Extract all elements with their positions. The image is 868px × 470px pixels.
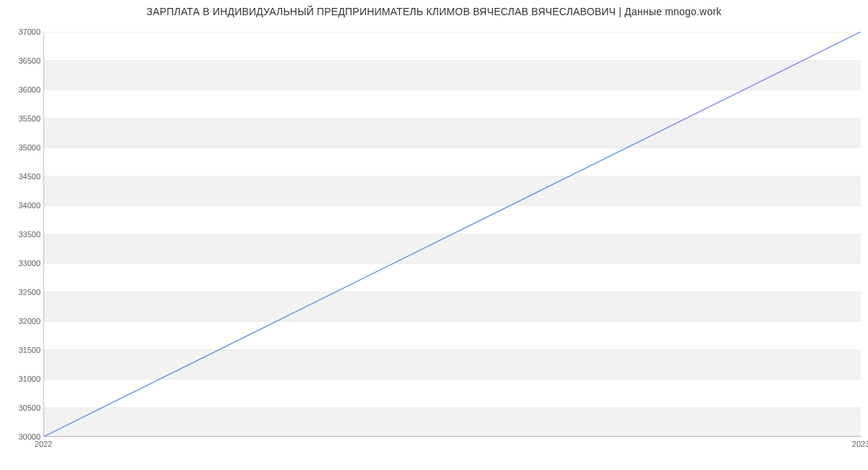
- svg-rect-9: [43, 148, 861, 176]
- svg-rect-8: [43, 176, 861, 205]
- svg-rect-0: [43, 408, 861, 437]
- plot-area: [43, 32, 861, 437]
- y-tick-label: 35000: [0, 143, 41, 152]
- x-tick-label: 2023: [852, 440, 868, 448]
- y-tick-label: 32000: [0, 317, 41, 325]
- svg-rect-12: [43, 61, 861, 90]
- x-tick-label: 2022: [35, 440, 52, 448]
- y-tick-label: 33000: [0, 259, 41, 268]
- svg-rect-7: [43, 205, 861, 234]
- svg-rect-6: [43, 234, 861, 263]
- y-tick-label: 30500: [0, 403, 41, 412]
- y-tick-label: 31000: [0, 375, 41, 383]
- svg-rect-1: [43, 379, 861, 408]
- y-tick-label: 33500: [0, 230, 41, 239]
- y-tick-label: 36500: [0, 56, 41, 65]
- svg-rect-2: [43, 350, 861, 379]
- y-tick-label: 35500: [0, 114, 41, 123]
- svg-rect-3: [43, 321, 861, 350]
- y-tick-label: 36000: [0, 85, 41, 94]
- y-tick-label: 34000: [0, 201, 41, 210]
- salary-line-chart: ЗАРПЛАТА В ИНДИВИДУАЛЬНЫЙ ПРЕДПРИНИМАТЕЛ…: [0, 0, 868, 470]
- svg-rect-5: [43, 263, 861, 292]
- svg-rect-13: [43, 32, 861, 61]
- y-axis-tick-labels: 3000030500310003150032000325003300033500…: [0, 32, 41, 437]
- svg-rect-4: [43, 292, 861, 321]
- y-tick-label: 37000: [0, 27, 41, 36]
- chart-title: ЗАРПЛАТА В ИНДИВИДУАЛЬНЫЙ ПРЕДПРИНИМАТЕЛ…: [0, 6, 868, 17]
- x-axis-tick-labels: 20222023: [43, 440, 861, 454]
- svg-rect-10: [43, 119, 861, 148]
- svg-rect-11: [43, 90, 861, 119]
- y-tick-label: 32500: [0, 288, 41, 296]
- plot-svg: [43, 32, 861, 437]
- y-tick-label: 34500: [0, 172, 41, 181]
- y-tick-label: 31500: [0, 346, 41, 354]
